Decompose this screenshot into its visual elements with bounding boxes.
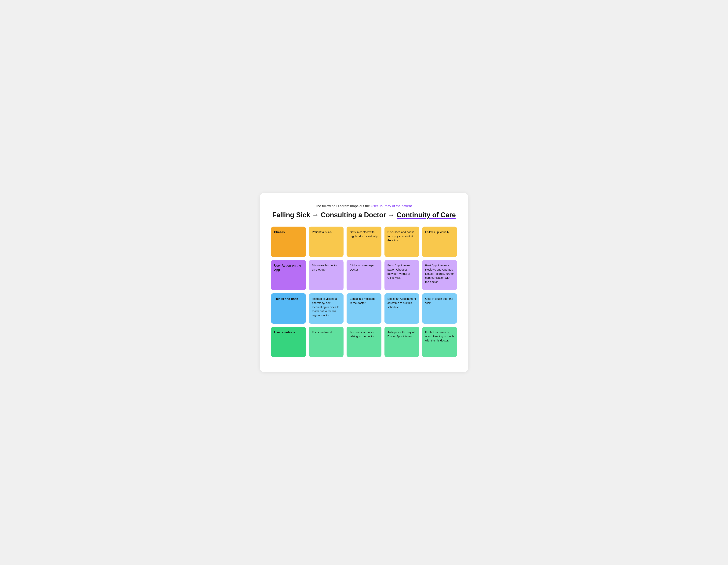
label-user-action: User Action on the App (271, 260, 306, 290)
label-phases: Phases (271, 227, 306, 257)
subtitle-highlight: User Journey of the patient. (371, 204, 413, 208)
header: The following Diagram maps out the User … (271, 204, 457, 219)
subtitle: The following Diagram maps out the User … (271, 204, 457, 208)
cell-user-emotions-4: Feels less anxious about keeping in touc… (422, 327, 457, 357)
cell-user-emotions-3: Anticipates the day of Doctor Appointmen… (384, 327, 419, 357)
cell-user-action-4: Post Appointment - Reviews and Updates N… (422, 260, 457, 290)
cell-thinks-does-4: Gets in touch after the Visit. (422, 293, 457, 324)
label-user-emotions: User emotions (271, 327, 306, 357)
cell-user-action-3: Book Appointment page - Chooses between … (384, 260, 419, 290)
cell-user-action-2: Clicks on message Doctor (347, 260, 381, 290)
page-title: Falling Sick → Consulting a Doctor → Con… (271, 211, 457, 219)
cell-thinks-does-2: Sends in a message to the doctor (347, 293, 381, 324)
main-card: The following Diagram maps out the User … (260, 193, 468, 372)
label-thinks-does: Thinks and does (271, 293, 306, 324)
cell-thinks-does-1: iInstead of visiting a pharmacy/ self me… (309, 293, 344, 324)
title-underlined: Continuity of Care (397, 211, 456, 219)
subtitle-plain: The following Diagram maps out the (315, 204, 371, 208)
cell-user-action-1: Discovers his doctor on the App (309, 260, 344, 290)
cell-phases-1: Patient falls sick (309, 227, 344, 257)
cell-user-emotions-1: Feels frustrated (309, 327, 344, 357)
cell-thinks-does-3: Books an Appointment date/time to suit h… (384, 293, 419, 324)
title-plain: Falling Sick → Consulting a Doctor → (272, 211, 397, 219)
cell-phases-4: Follows up virtually (422, 227, 457, 257)
cell-user-emotions-2: Feels relieved after talking to the doct… (347, 327, 381, 357)
cell-phases-3: Discusses and books for a physical visit… (384, 227, 419, 257)
cell-phases-2: Gets in contact with regular doctor virt… (347, 227, 381, 257)
journey-grid: PhasesPatient falls sickGets in contact … (271, 227, 457, 357)
